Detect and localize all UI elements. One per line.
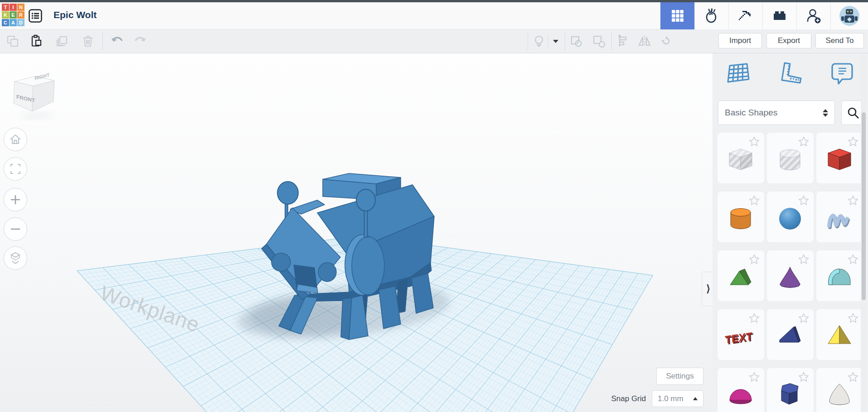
nose-disc: [352, 237, 384, 295]
design-title[interactable]: Epic Wolt: [53, 10, 97, 20]
logo-letter: R: [17, 11, 24, 19]
shape-category-select[interactable]: Basic Shapes: [718, 101, 835, 125]
antenna-ball-right: [356, 189, 375, 211]
import-button[interactable]: Import: [718, 33, 762, 48]
shape-tile-half-sphere[interactable]: [718, 368, 764, 412]
toolbar: Import Export Send To: [0, 29, 868, 53]
shape-tile-paraboloid[interactable]: [816, 368, 863, 412]
viewport-3d[interactable]: Workplane: [0, 53, 713, 412]
minecraft-pickaxe-icon[interactable]: [728, 2, 762, 29]
fit-view-button[interactable]: [4, 157, 27, 181]
favorite-star-icon[interactable]: [798, 254, 810, 265]
paste-icon[interactable]: [28, 33, 44, 49]
undo-icon[interactable]: [109, 33, 126, 49]
favorite-star-icon[interactable]: [798, 312, 810, 324]
brick-icon[interactable]: [762, 2, 796, 29]
toolbar-separator: [548, 35, 548, 47]
shape-tile-polygon[interactable]: [767, 368, 814, 412]
zoom-out-button[interactable]: [4, 217, 27, 241]
workplane-tab-icon[interactable]: [725, 60, 751, 86]
shape-tile-cylinder-hole[interactable]: [767, 133, 814, 183]
shape-tile-round-roof[interactable]: [816, 250, 863, 301]
delete-icon[interactable]: [80, 33, 96, 49]
snap-grid-value: 1.0 mm: [658, 394, 693, 403]
favorite-star-icon[interactable]: [847, 136, 859, 148]
select-updown-icon: [823, 109, 828, 117]
redo-icon[interactable]: [132, 33, 148, 49]
shape-category-value: Basic Shapes: [725, 108, 823, 118]
shape-tile-sphere[interactable]: [767, 192, 814, 242]
align-icon[interactable]: [615, 33, 631, 49]
send-to-button[interactable]: Send To: [815, 33, 864, 48]
logo-letter: T: [2, 4, 9, 11]
scrollbar-thumb[interactable]: [862, 112, 866, 300]
shape-tile-roof[interactable]: [718, 250, 764, 301]
design-menu-icon[interactable]: [28, 9, 43, 23]
favorite-star-icon[interactable]: [798, 195, 810, 206]
favorite-star-icon[interactable]: [847, 254, 859, 265]
shape-tile-cone[interactable]: [767, 250, 814, 301]
shape-tile-text[interactable]: TEXT TEXT: [718, 309, 764, 360]
snap-grid-select[interactable]: 1.0 mm: [652, 390, 703, 407]
favorite-star-icon[interactable]: [748, 195, 760, 206]
favorite-star-icon[interactable]: [847, 195, 859, 206]
eye-right: [318, 263, 336, 282]
toolbar-separator: [102, 32, 103, 50]
shape-tile-cylinder[interactable]: [718, 192, 764, 242]
shape-tile-scribble[interactable]: [816, 192, 863, 242]
antenna-ball-left: [277, 182, 298, 204]
shapes-panel: Basic Shapes TEXT TEXT: [713, 53, 868, 412]
favorite-star-icon[interactable]: [748, 136, 760, 148]
caret-up-icon: [693, 397, 698, 400]
group-icon[interactable]: [568, 33, 584, 49]
app-switcher: [660, 2, 868, 29]
sim-lab-icon[interactable]: [694, 2, 728, 29]
panel-scrollbar: [861, 53, 867, 412]
settings-button[interactable]: Settings: [656, 368, 703, 385]
invite-collaborator-icon[interactable]: [796, 2, 830, 29]
logo-letter: A: [10, 19, 17, 26]
home-view-button[interactable]: [4, 128, 27, 151]
top-bar: TINKERCAD Epic Wolt: [0, 2, 868, 29]
scene-3d[interactable]: Workplane: [0, 53, 713, 412]
light-toggle-icon[interactable]: [531, 33, 547, 49]
shape-tile-wedge[interactable]: [767, 309, 814, 360]
shape-tile-box-hole[interactable]: [718, 133, 764, 183]
logo-letter: N: [17, 4, 24, 11]
tinkercad-logo[interactable]: TINKERCAD: [2, 4, 25, 28]
light-dropdown-icon[interactable]: [549, 33, 562, 49]
shape-tile-box[interactable]: [816, 133, 863, 183]
favorite-star-icon[interactable]: [798, 371, 810, 383]
logo-letter: D: [17, 19, 24, 26]
toolbar-separator: [611, 32, 612, 50]
panel-collapse-handle[interactable]: ⟩: [702, 272, 713, 306]
perspective-toggle-button[interactable]: [4, 246, 27, 270]
view-cube[interactable]: FRONT RIGHT: [7, 72, 58, 120]
logo-letter: C: [2, 19, 9, 26]
export-button[interactable]: Export: [766, 33, 811, 48]
toolbar-separator: [528, 32, 528, 50]
shape-tile-pyramid[interactable]: [816, 309, 863, 360]
notes-tab-icon[interactable]: [829, 60, 855, 86]
mirror-icon[interactable]: [636, 33, 653, 49]
favorite-star-icon[interactable]: [748, 254, 760, 265]
duplicate-icon[interactable]: [53, 33, 70, 49]
logo-letter: K: [2, 11, 9, 19]
favorite-star-icon[interactable]: [847, 371, 859, 383]
ungroup-icon[interactable]: [591, 33, 607, 49]
workplane-magnet-icon[interactable]: [658, 33, 674, 49]
search-icon: [846, 106, 860, 120]
ruler-tab-icon[interactable]: [778, 60, 804, 86]
apps-grid-icon[interactable]: [660, 2, 694, 29]
favorite-star-icon[interactable]: [798, 136, 810, 148]
copy-icon[interactable]: [5, 33, 21, 49]
zoom-in-button[interactable]: [4, 188, 27, 211]
favorite-star-icon[interactable]: [847, 312, 859, 324]
favorite-star-icon[interactable]: [748, 371, 760, 383]
avatar[interactable]: [830, 2, 868, 29]
favorite-star-icon[interactable]: [748, 312, 760, 324]
snap-grid-label: Snap Grid: [592, 394, 646, 403]
logo-letter: E: [10, 11, 17, 19]
logo-letter: I: [10, 4, 17, 11]
tinkercad-app: TINKERCAD Epic Wolt: [0, 0, 868, 412]
